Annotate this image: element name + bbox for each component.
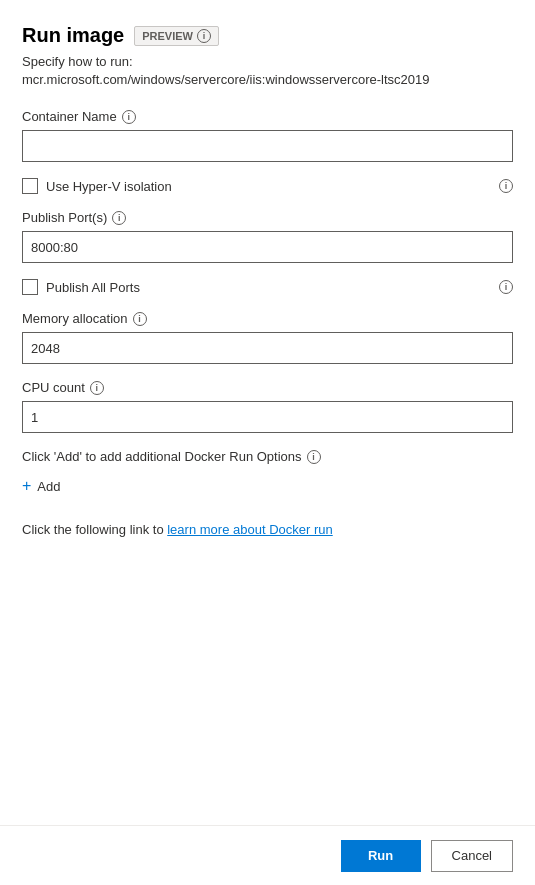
cpu-input[interactable]: [22, 401, 513, 433]
publish-all-ports-row: Publish All Ports i: [22, 279, 513, 295]
cpu-info-icon[interactable]: i: [90, 381, 104, 395]
memory-label: Memory allocation i: [22, 311, 513, 326]
hyper-v-row: Use Hyper-V isolation i: [22, 178, 513, 194]
memory-input[interactable]: [22, 332, 513, 364]
publish-ports-input[interactable]: [22, 231, 513, 263]
preview-badge-label: PREVIEW: [142, 30, 193, 42]
plus-icon: +: [22, 478, 31, 494]
cancel-button[interactable]: Cancel: [431, 840, 513, 872]
add-button[interactable]: + Add: [22, 474, 60, 498]
run-button[interactable]: Run: [341, 840, 421, 872]
publish-ports-label: Publish Port(s) i: [22, 210, 513, 225]
add-options-info-icon[interactable]: i: [307, 450, 321, 464]
add-button-label: Add: [37, 479, 60, 494]
publish-all-ports-checkbox[interactable]: [22, 279, 38, 295]
hyper-v-info-icon[interactable]: i: [499, 179, 513, 193]
publish-all-ports-label: Publish All Ports: [46, 280, 140, 295]
hyper-v-label: Use Hyper-V isolation: [46, 179, 172, 194]
publish-all-ports-checkbox-group: Publish All Ports: [22, 279, 140, 295]
container-name-label: Container Name i: [22, 109, 513, 124]
page-title: Run image: [22, 24, 124, 47]
docker-run-link[interactable]: learn more about Docker run: [167, 522, 332, 537]
cpu-label: CPU count i: [22, 380, 513, 395]
page-header: Run image PREVIEW i: [22, 24, 513, 47]
publish-all-ports-info-icon[interactable]: i: [499, 280, 513, 294]
container-name-section: Container Name i: [22, 109, 513, 162]
cpu-section: CPU count i: [22, 380, 513, 433]
memory-info-icon[interactable]: i: [133, 312, 147, 326]
add-options-section: Click 'Add' to add additional Docker Run…: [22, 449, 513, 498]
container-name-info-icon[interactable]: i: [122, 110, 136, 124]
preview-badge: PREVIEW i: [134, 26, 219, 46]
bottom-action-bar: Run Cancel: [0, 825, 535, 885]
publish-ports-section: Publish Port(s) i: [22, 210, 513, 263]
add-options-label: Click 'Add' to add additional Docker Run…: [22, 449, 513, 464]
container-name-input[interactable]: [22, 130, 513, 162]
memory-section: Memory allocation i: [22, 311, 513, 364]
footer-link-text: Click the following link to learn more a…: [22, 522, 513, 537]
preview-info-icon[interactable]: i: [197, 29, 211, 43]
hyper-v-checkbox[interactable]: [22, 178, 38, 194]
publish-ports-info-icon[interactable]: i: [112, 211, 126, 225]
hyper-v-checkbox-group: Use Hyper-V isolation: [22, 178, 172, 194]
subtitle: Specify how to run: mcr.microsoft.com/wi…: [22, 53, 513, 89]
